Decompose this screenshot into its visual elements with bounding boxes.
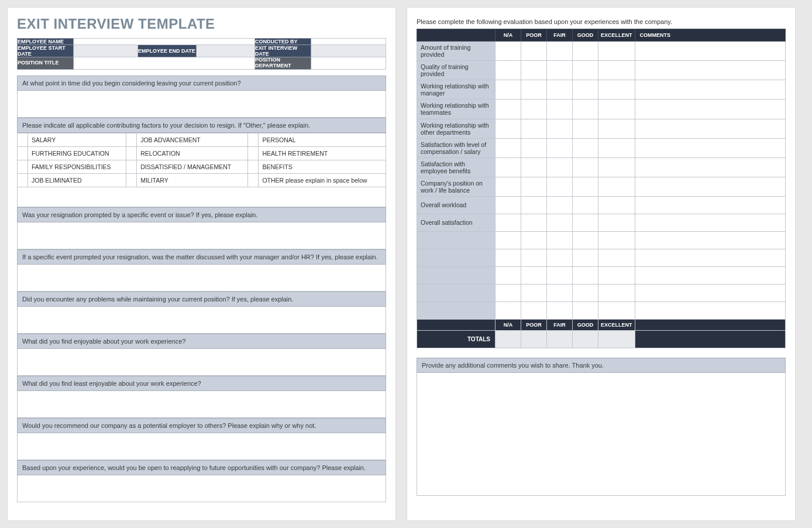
eval-comment-cell[interactable] xyxy=(635,138,785,157)
total-good[interactable] xyxy=(573,331,598,348)
eval-rating-cell[interactable] xyxy=(547,100,573,119)
eval-rating-cell[interactable] xyxy=(547,61,573,80)
eval-rating-cell[interactable] xyxy=(598,197,635,214)
eval-rating-cell[interactable] xyxy=(521,80,547,100)
eval-rating-cell[interactable] xyxy=(573,100,598,119)
eval-rating-cell[interactable] xyxy=(521,284,547,302)
eval-rating-cell[interactable] xyxy=(573,249,598,267)
eval-rating-cell[interactable] xyxy=(573,267,598,284)
eval-rating-cell[interactable] xyxy=(598,80,635,100)
eval-rating-cell[interactable] xyxy=(573,138,598,157)
eval-rating-cell[interactable] xyxy=(521,119,547,138)
eval-comment-cell[interactable] xyxy=(635,61,785,80)
eval-rating-cell[interactable] xyxy=(547,197,573,214)
factor-checkbox[interactable] xyxy=(18,173,28,187)
eval-rating-cell[interactable] xyxy=(598,177,635,196)
q1-answer[interactable] xyxy=(17,91,386,118)
eval-rating-cell[interactable] xyxy=(547,267,573,284)
eval-rating-cell[interactable] xyxy=(573,214,598,232)
eval-rating-cell[interactable] xyxy=(598,284,635,302)
total-poor[interactable] xyxy=(521,331,547,348)
q3-answer[interactable] xyxy=(17,222,386,249)
factor-checkbox[interactable] xyxy=(126,173,137,187)
input-position-dept[interactable] xyxy=(311,57,386,70)
q5-answer[interactable] xyxy=(17,307,386,334)
eval-comment-cell[interactable] xyxy=(635,42,785,61)
eval-rating-cell[interactable] xyxy=(521,177,547,196)
eval-rating-cell[interactable] xyxy=(598,138,635,157)
eval-rating-cell[interactable] xyxy=(521,138,547,157)
eval-rating-cell[interactable] xyxy=(598,100,635,119)
q6-answer[interactable] xyxy=(17,349,386,376)
eval-rating-cell[interactable] xyxy=(496,197,521,214)
eval-rating-cell[interactable] xyxy=(598,61,635,80)
eval-rating-cell[interactable] xyxy=(573,197,598,214)
eval-comment-cell[interactable] xyxy=(635,177,785,196)
eval-comment-cell[interactable] xyxy=(635,100,785,119)
eval-comment-cell[interactable] xyxy=(635,284,785,302)
eval-rating-cell[interactable] xyxy=(496,80,521,100)
q2-other-explain[interactable] xyxy=(17,187,386,207)
eval-rating-cell[interactable] xyxy=(496,249,521,267)
eval-comment-cell[interactable] xyxy=(635,197,785,214)
eval-rating-cell[interactable] xyxy=(521,100,547,119)
eval-rating-cell[interactable] xyxy=(598,267,635,284)
eval-rating-cell[interactable] xyxy=(598,214,635,232)
eval-rating-cell[interactable] xyxy=(521,42,547,61)
eval-rating-cell[interactable] xyxy=(496,177,521,196)
eval-rating-cell[interactable] xyxy=(573,232,598,249)
factor-checkbox[interactable] xyxy=(248,146,259,160)
eval-rating-cell[interactable] xyxy=(521,157,547,177)
eval-rating-cell[interactable] xyxy=(496,214,521,232)
eval-comment-cell[interactable] xyxy=(635,302,785,320)
eval-rating-cell[interactable] xyxy=(496,100,521,119)
factor-checkbox[interactable] xyxy=(18,160,28,173)
eval-rating-cell[interactable] xyxy=(547,214,573,232)
eval-rating-cell[interactable] xyxy=(496,302,521,320)
eval-rating-cell[interactable] xyxy=(547,42,573,61)
total-excellent[interactable] xyxy=(598,331,635,348)
factor-checkbox[interactable] xyxy=(18,133,28,146)
eval-comment-cell[interactable] xyxy=(635,80,785,100)
eval-rating-cell[interactable] xyxy=(547,302,573,320)
eval-rating-cell[interactable] xyxy=(598,119,635,138)
eval-rating-cell[interactable] xyxy=(598,249,635,267)
eval-rating-cell[interactable] xyxy=(547,249,573,267)
eval-rating-cell[interactable] xyxy=(573,42,598,61)
eval-rating-cell[interactable] xyxy=(598,302,635,320)
input-interview-date[interactable] xyxy=(311,45,386,57)
eval-rating-cell[interactable] xyxy=(521,302,547,320)
eval-rating-cell[interactable] xyxy=(573,302,598,320)
eval-rating-cell[interactable] xyxy=(598,157,635,177)
eval-rating-cell[interactable] xyxy=(573,284,598,302)
input-conducted-by[interactable] xyxy=(311,39,386,45)
eval-rating-cell[interactable] xyxy=(496,42,521,61)
additional-comments-input[interactable] xyxy=(417,373,786,496)
eval-rating-cell[interactable] xyxy=(547,284,573,302)
eval-comment-cell[interactable] xyxy=(635,232,785,249)
q4-answer[interactable] xyxy=(17,265,386,292)
q9-answer[interactable] xyxy=(17,475,386,502)
total-na[interactable] xyxy=(496,331,521,348)
eval-rating-cell[interactable] xyxy=(496,284,521,302)
eval-rating-cell[interactable] xyxy=(573,177,598,196)
eval-rating-cell[interactable] xyxy=(547,232,573,249)
input-end-date[interactable] xyxy=(197,45,255,57)
eval-rating-cell[interactable] xyxy=(598,232,635,249)
q7-answer[interactable] xyxy=(17,391,386,418)
eval-rating-cell[interactable] xyxy=(521,232,547,249)
input-employee-name[interactable] xyxy=(74,39,255,45)
factor-checkbox[interactable] xyxy=(126,133,137,146)
eval-rating-cell[interactable] xyxy=(496,267,521,284)
eval-comment-cell[interactable] xyxy=(635,157,785,177)
eval-comment-cell[interactable] xyxy=(635,267,785,284)
eval-comment-cell[interactable] xyxy=(635,214,785,232)
factor-checkbox[interactable] xyxy=(126,146,137,160)
eval-rating-cell[interactable] xyxy=(496,232,521,249)
q8-answer[interactable] xyxy=(17,433,386,460)
eval-rating-cell[interactable] xyxy=(496,61,521,80)
eval-rating-cell[interactable] xyxy=(573,119,598,138)
eval-rating-cell[interactable] xyxy=(598,42,635,61)
eval-rating-cell[interactable] xyxy=(521,249,547,267)
eval-rating-cell[interactable] xyxy=(573,61,598,80)
